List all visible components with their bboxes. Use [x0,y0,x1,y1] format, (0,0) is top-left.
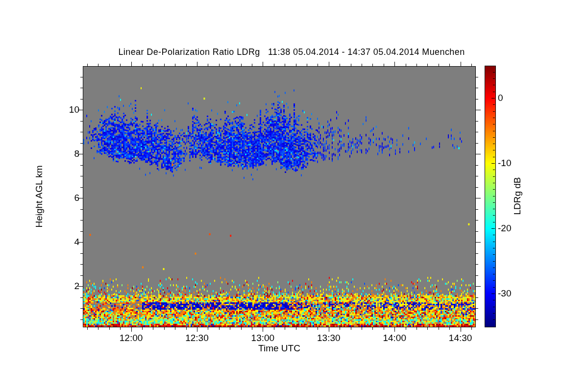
x-tick-label: 12:00 [109,333,153,343]
ldr-time-height-figure: Linear De-Polarization Ratio LDRg 11:38 … [0,0,588,392]
x-tick-label: 12:30 [175,333,219,343]
colorbar-tick-label: -20 [498,223,527,234]
y-axis-label: Height AGL km [34,123,45,270]
chart-title: Linear De-Polarization Ratio LDRg 11:38 … [95,47,488,57]
y-tick-label: 8 [50,148,79,159]
x-tick-label: 14:30 [439,333,483,343]
x-tick-label: 14:00 [372,333,416,343]
colorbar-label: LDRg dB [512,122,523,270]
colorbar-tick-label: -10 [498,158,527,169]
colorbar-tick-label: 0 [498,93,527,103]
x-tick-label: 13:30 [307,333,351,343]
x-tick-label: 13:00 [241,333,285,343]
y-tick-label: 2 [50,281,79,292]
y-tick-label: 4 [50,237,79,247]
heatmap-canvas [0,0,588,392]
y-tick-label: 6 [50,193,79,203]
colorbar-tick-label: -30 [498,288,527,299]
x-axis-label: Time UTC [83,343,476,354]
y-tick-label: 10 [50,104,79,115]
